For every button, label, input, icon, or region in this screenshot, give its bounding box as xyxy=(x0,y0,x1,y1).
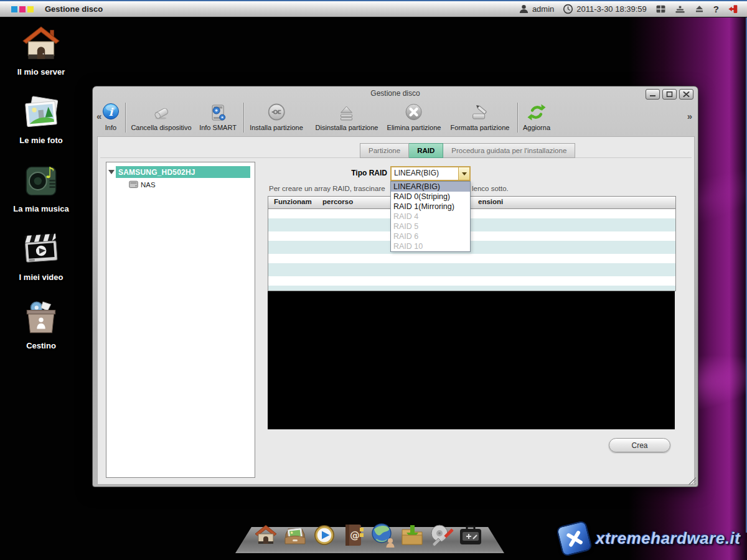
close-button[interactable] xyxy=(679,89,693,100)
trash-icon xyxy=(22,299,60,337)
window-resize-grip[interactable] xyxy=(688,477,696,485)
desktop-icon-label: I miei video xyxy=(3,273,79,282)
device-tree-panel: SAMSUNG_HD502HJ NAS xyxy=(106,162,255,478)
column-header-funzionam: Funzionam xyxy=(274,198,312,205)
dropdown-option-raid4: RAID 4 xyxy=(391,212,470,222)
taskbar-title: Gestione disco xyxy=(45,4,103,14)
desktop-icon-label: Il mio server xyxy=(3,67,79,77)
desktop: Gestione disco admin 2011-3-30 18:39:59 … xyxy=(0,0,747,560)
toolbar-button-label: Info SMART xyxy=(199,124,237,131)
desktop-icon-label: La mia musica xyxy=(3,204,79,213)
raid-type-selected-value: LINEAR(BIG) xyxy=(392,167,458,180)
close-icon xyxy=(683,91,690,97)
dock-disk-tools-icon[interactable] xyxy=(428,521,454,549)
brand-logo-icon xyxy=(11,6,34,12)
toolbar-button-label: Elimina partizione xyxy=(387,124,441,131)
raid-instruction-right: lenco sotto. xyxy=(472,185,509,192)
help-icon[interactable]: ? xyxy=(713,4,719,14)
window-content: Partizione RAID Procedura guidata per l'… xyxy=(97,136,695,485)
desktop-icon-my-server[interactable]: Il mio server xyxy=(3,25,79,77)
raid-type-dropdown: LINEAR(BIG) RAID 0(Striping) RAID 1(Mirr… xyxy=(390,181,471,252)
dropdown-option-raid0[interactable]: RAID 0(Striping) xyxy=(391,192,470,202)
desktop-icon-my-photos[interactable]: Le mie foto xyxy=(3,93,79,145)
tab-raid[interactable]: RAID xyxy=(409,143,443,158)
raid-instruction-left: Per creare un array RAID, trascinare xyxy=(269,185,385,192)
tree-partition-row[interactable]: NAS xyxy=(129,180,255,189)
xtremehardware-logo-icon xyxy=(556,520,593,556)
uninstall-partition-button[interactable]: Disinstalla partizione xyxy=(316,102,378,131)
desktop-icon-trash[interactable]: Cestino xyxy=(3,299,79,350)
toolbar-overflow-right-icon[interactable]: » xyxy=(687,111,692,121)
windows-grid-icon[interactable] xyxy=(655,4,666,14)
window-toolbar: « » i Info Cancella di xyxy=(93,100,698,136)
toolbar-button-label: Cancella dispositivo xyxy=(131,124,191,131)
desktop-icon-my-music[interactable]: ♪ La mia musica xyxy=(3,162,79,213)
dropdown-option-raid5: RAID 5 xyxy=(391,222,470,231)
info-button[interactable]: i Info xyxy=(100,102,121,131)
create-button[interactable]: Crea xyxy=(609,438,670,452)
tab-bar: Partizione RAID Procedura guidata per l'… xyxy=(360,143,575,158)
desktop-icon-my-videos[interactable]: I miei video xyxy=(3,230,79,282)
video-icon xyxy=(22,230,60,269)
taskbar: Gestione disco admin 2011-3-30 18:39:59 … xyxy=(0,0,747,17)
table-body-empty xyxy=(268,209,675,291)
home-icon xyxy=(22,25,60,63)
svg-text:♪: ♪ xyxy=(45,164,55,182)
tree-device-name[interactable]: SAMSUNG_HD502HJ xyxy=(116,166,250,178)
info-icon: i xyxy=(100,102,121,123)
maximize-icon xyxy=(666,91,673,97)
dock-network-globe-icon[interactable] xyxy=(370,521,396,549)
datetime-text: 2011-3-30 18:39:59 xyxy=(576,4,647,14)
raid-drop-area xyxy=(268,291,675,429)
toolbar-button-label: Formatta partizione xyxy=(451,124,510,131)
user-indicator[interactable]: admin xyxy=(519,4,554,14)
erase-device-button[interactable]: Cancella dispositivo xyxy=(131,102,191,131)
toolbar-button-label: Disinstalla partizione xyxy=(316,124,378,131)
dock-media-player-icon[interactable] xyxy=(311,521,337,549)
tab-partizione[interactable]: Partizione xyxy=(360,143,409,158)
dock-download-folder-icon[interactable] xyxy=(399,521,425,549)
photos-icon xyxy=(22,93,60,132)
smart-info-button[interactable]: Info SMART xyxy=(199,102,237,131)
user-name: admin xyxy=(532,4,554,14)
toolbar-button-label: Installa partizione xyxy=(250,124,303,131)
clock-icon xyxy=(563,4,573,14)
svg-text:@: @ xyxy=(350,530,360,541)
format-partition-button[interactable]: Formatta partizione xyxy=(451,102,510,131)
dock-home-icon[interactable] xyxy=(253,521,279,549)
dock-photo-box-icon[interactable] xyxy=(282,521,308,549)
clock-indicator: 2011-3-30 18:39:59 xyxy=(563,4,647,14)
minimize-button[interactable] xyxy=(646,89,660,100)
user-icon xyxy=(519,4,529,14)
logout-icon[interactable] xyxy=(728,4,738,14)
raid-type-select[interactable]: LINEAR(BIG) xyxy=(390,166,471,181)
smart-disk-icon xyxy=(207,102,228,123)
disk-icon xyxy=(129,180,138,189)
delete-partition-button[interactable]: Elimina partizione xyxy=(387,102,441,131)
dock-address-book-icon[interactable]: @ xyxy=(341,521,367,549)
eject-icon[interactable] xyxy=(694,4,705,14)
chevron-down-icon xyxy=(462,172,467,175)
tree-expander-icon[interactable] xyxy=(108,170,115,174)
eraser-icon xyxy=(151,102,172,123)
apps-podium-icon[interactable] xyxy=(675,4,685,14)
toolbar-button-label: Info xyxy=(100,124,121,131)
dock-toolbox-icon[interactable] xyxy=(458,521,484,549)
disk-management-window: Gestione disco « » i Info xyxy=(92,86,698,487)
raid-partition-table: Funzionam percorso ensioni xyxy=(268,196,676,291)
tree-device-row[interactable]: SAMSUNG_HD502HJ xyxy=(108,166,250,178)
window-title: Gestione disco xyxy=(93,89,698,98)
music-icon: ♪ xyxy=(22,162,60,200)
watermark-text: xtremehardware.it xyxy=(596,529,740,548)
desktop-icon-label: Cestino xyxy=(3,341,79,350)
install-partition-button[interactable]: Installa partizione xyxy=(250,102,303,131)
dropdown-option-raid1[interactable]: RAID 1(Mirroring) xyxy=(391,202,470,212)
table-header-row: Funzionam percorso ensioni xyxy=(268,197,675,209)
refresh-button[interactable]: Aggiorna xyxy=(523,102,550,131)
dropdown-option-linear-big[interactable]: LINEAR(BIG) xyxy=(391,182,470,192)
dropdown-option-raid6: RAID 6 xyxy=(391,231,470,241)
maximize-button[interactable] xyxy=(662,89,677,100)
tab-setup-wizard[interactable]: Procedura guidata per l'installazione xyxy=(443,143,575,158)
dropdown-option-raid10: RAID 10 xyxy=(391,241,470,251)
select-dropdown-button[interactable] xyxy=(458,167,469,180)
